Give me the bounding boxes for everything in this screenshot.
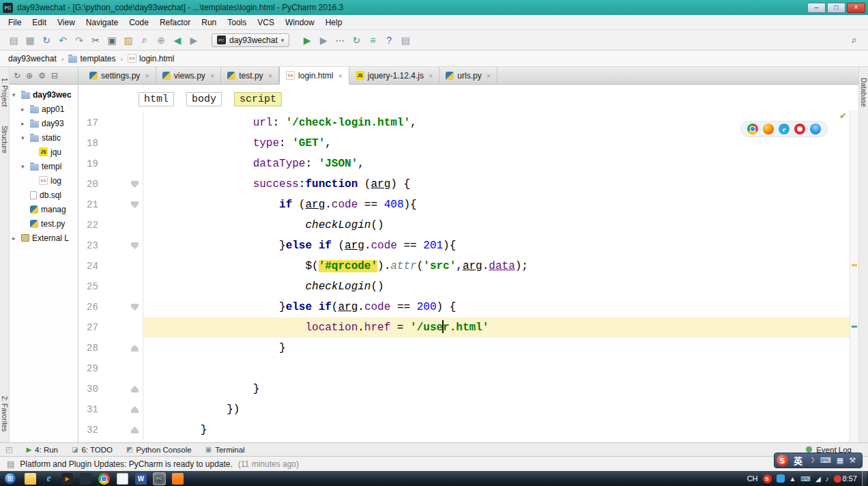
safari-icon[interactable]	[810, 124, 821, 134]
taskbar-app-chrome[interactable]	[98, 473, 110, 485]
line-number[interactable]: 26	[78, 297, 107, 317]
printer-icon[interactable]: ▤	[399, 35, 412, 46]
breadcrumb-item-day93wechat[interactable]: day93wechat	[8, 54, 57, 63]
taskbar-app-explorer[interactable]	[25, 473, 36, 485]
start-button[interactable]: ⊞	[4, 472, 16, 485]
code-text[interactable]: }else if (arg.code == 201){	[143, 235, 858, 256]
toolwindow-switcher-icon[interactable]: ◰	[5, 445, 12, 454]
ie-icon[interactable]: e	[779, 124, 790, 134]
line-number[interactable]: 28	[78, 338, 107, 358]
tool-button-2-favorites[interactable]: 2: Favorites	[1, 396, 8, 431]
run-icon[interactable]: ▶	[300, 35, 314, 46]
undo-icon[interactable]: ↶	[56, 35, 70, 46]
dots-grid-icon[interactable]: ⋯	[333, 35, 347, 46]
back-icon[interactable]: ◀	[171, 35, 184, 46]
input-lang-icon[interactable]: CH	[747, 474, 758, 483]
volume-icon[interactable]: ♪	[826, 475, 829, 483]
inspection-ok-icon[interactable]: ✔	[839, 111, 847, 121]
tree-item-test-py[interactable]: test.py	[10, 216, 78, 231]
scroll-to-source-icon[interactable]: ⊕	[26, 71, 33, 81]
status-message[interactable]: Platform and Plugin Updates: PyCharm is …	[20, 459, 233, 469]
breadcrumb-tag-body[interactable]: body	[186, 92, 222, 106]
help-icon[interactable]: ?	[382, 35, 396, 46]
chrome-icon[interactable]	[747, 124, 758, 134]
tab-login-html[interactable]: <>login.html×	[279, 67, 349, 85]
tab-urls-py[interactable]: urls.py×	[439, 67, 497, 84]
code-text[interactable]: if (arg.code == 408){	[143, 195, 858, 215]
menu-item-help[interactable]: Help	[320, 18, 348, 27]
clock[interactable]: 8:57	[843, 474, 857, 483]
menu-item-window[interactable]: Window	[280, 18, 320, 27]
tree-chevron-icon[interactable]: ▾	[12, 91, 18, 98]
copy-icon[interactable]: ▣	[105, 35, 119, 46]
locate-icon[interactable]: ⊕	[154, 35, 168, 46]
fold-marker-icon[interactable]	[131, 406, 139, 413]
tool-button-1-project[interactable]: 1: Project	[1, 78, 8, 106]
line-number[interactable]: 31	[78, 399, 107, 420]
code-text[interactable]	[143, 358, 858, 379]
fold-marker-icon[interactable]	[131, 386, 139, 392]
tab-views-py[interactable]: views.py×	[156, 67, 221, 84]
tool-button-database[interactable]: Database	[860, 78, 867, 107]
run-config-selector[interactable]: PC day93wechat ▾	[212, 33, 289, 47]
run-coverage-icon[interactable]: ▶	[317, 35, 330, 46]
line-number[interactable]: 19	[78, 154, 107, 174]
line-number[interactable]: 27	[78, 317, 107, 338]
tool-button-python-console[interactable]: ◩Python Console	[119, 446, 199, 454]
menu-item-refactor[interactable]: Refactor	[154, 18, 196, 27]
network-icon[interactable]: ◢	[815, 475, 821, 483]
line-number[interactable]: 17	[78, 113, 107, 133]
taskbar-app-media[interactable]: ▶	[61, 473, 73, 485]
tab-test-py[interactable]: test.py×	[221, 67, 279, 84]
taskbar-app-editor[interactable]	[80, 473, 91, 485]
tool-button-terminal[interactable]: ▣Terminal	[199, 446, 252, 454]
tree-item-log[interactable]: <>log	[10, 173, 78, 188]
open-icon[interactable]: ▤	[7, 35, 20, 46]
close-button[interactable]: ×	[847, 3, 865, 13]
tab-close-icon[interactable]: ×	[487, 72, 491, 80]
fold-marker-icon[interactable]	[131, 345, 139, 352]
opera-icon[interactable]	[794, 124, 805, 134]
tab-settings-py[interactable]: settings.py×	[83, 67, 156, 84]
line-number[interactable]: 22	[78, 215, 107, 235]
breadcrumb-tag-html[interactable]: html	[139, 92, 174, 106]
forward-icon[interactable]: ▶	[187, 35, 201, 46]
tree-item-external-l[interactable]: ▸External L	[10, 231, 78, 245]
fold-marker-icon[interactable]	[131, 427, 139, 433]
tab-jquery-1-12-4-js[interactable]: JSjquery-1.12.4.js×	[349, 67, 439, 84]
paste-icon[interactable]: ▨	[121, 35, 135, 46]
rerun-icon[interactable]: ↻	[349, 35, 363, 46]
im-icon[interactable]	[777, 474, 785, 483]
save-all-icon[interactable]: ▦	[23, 35, 37, 46]
tree-chevron-icon[interactable]: ▸	[12, 235, 18, 242]
line-number[interactable]: 21	[78, 195, 107, 215]
tab-close-icon[interactable]: ×	[429, 72, 433, 80]
show-desktop-button[interactable]	[862, 471, 867, 486]
menu-item-run[interactable]: Run	[196, 18, 222, 27]
line-number[interactable]: 24	[78, 256, 107, 276]
line-number[interactable]: 25	[78, 276, 107, 297]
tab-close-icon[interactable]: ×	[145, 72, 149, 80]
tool-button-6-todo[interactable]: ◪6: TODO	[65, 446, 119, 454]
maximize-button[interactable]: □	[827, 3, 845, 13]
fold-marker-icon[interactable]	[131, 242, 139, 249]
menu-item-edit[interactable]: Edit	[27, 18, 52, 27]
firefox-icon[interactable]	[763, 124, 774, 134]
tree-item-day93[interactable]: ▸day93	[10, 116, 78, 130]
code-text[interactable]: }	[143, 379, 858, 399]
search-everywhere-icon[interactable]: ⌕	[848, 34, 861, 46]
fold-marker-icon[interactable]	[131, 181, 139, 188]
menu-item-tools[interactable]: Tools	[222, 18, 252, 27]
tool-button-structure[interactable]: Structure	[1, 126, 8, 154]
find-icon[interactable]: ⌕	[138, 34, 151, 46]
code-text[interactable]: dataType: 'JSON',	[143, 154, 858, 174]
tree-item-app01[interactable]: ▸app01	[10, 102, 78, 116]
taskbar-app-ie[interactable]: e	[43, 473, 55, 485]
line-number[interactable]: 29	[78, 358, 107, 379]
tree-item-manag[interactable]: manag	[10, 202, 78, 216]
tree-item-jqu[interactable]: JSjqu	[10, 145, 78, 159]
tab-close-icon[interactable]: ×	[338, 72, 342, 80]
code-text[interactable]: })	[143, 399, 858, 420]
tree-chevron-icon[interactable]: ▸	[21, 120, 27, 127]
line-number[interactable]: 18	[78, 133, 107, 154]
